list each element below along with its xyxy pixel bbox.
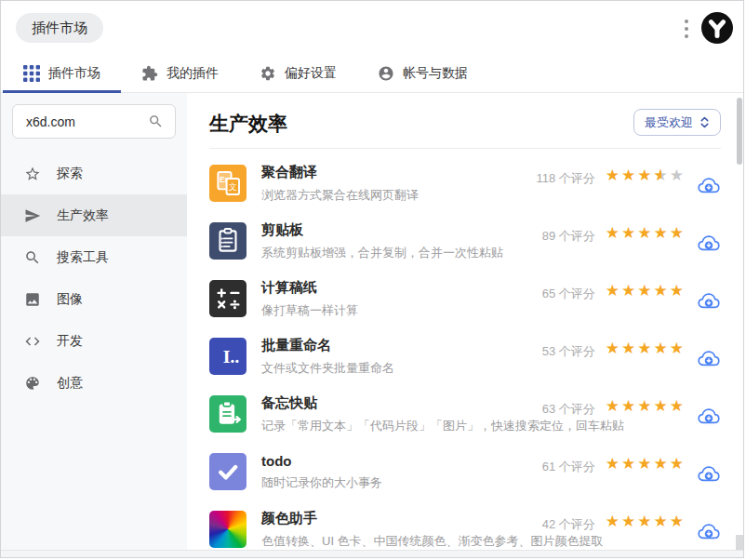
search-icon xyxy=(148,113,164,129)
star-icon: ★ xyxy=(621,398,637,414)
star-icon: ★ xyxy=(637,340,653,356)
sidebar-item-explore[interactable]: 探索 xyxy=(1,153,187,194)
tab-bar: 插件市场 我的插件 偏好设置 帐号与数据 xyxy=(1,55,743,93)
star-icon: ★ xyxy=(637,398,653,414)
sidebar-item-develop[interactable]: 开发 xyxy=(1,320,187,362)
gear-icon xyxy=(260,65,276,82)
tab-account-data[interactable]: 帐号与数据 xyxy=(357,55,488,92)
search-input[interactable] xyxy=(24,113,148,130)
plugin-row[interactable]: I 批量重命名 文件或文件夹批量重命名 53 个评分 ★★★★★ xyxy=(209,327,721,385)
sidebar-item-productivity[interactable]: 生产效率 xyxy=(1,194,187,236)
ratings-count: 53 个评分 xyxy=(542,343,595,360)
kebab-menu-icon[interactable] xyxy=(680,18,693,40)
scrollbar-thumb[interactable] xyxy=(737,98,742,165)
plugin-row[interactable]: En文 聚合翻译 浏览器方式聚合在线网页翻译 118 个评分 ★★★★★ xyxy=(209,154,721,212)
cloud-download-icon[interactable] xyxy=(697,463,721,484)
ratings-count: 118 个评分 xyxy=(536,170,594,187)
grid-icon xyxy=(23,65,40,82)
star-rating: ★★★★★ xyxy=(606,225,686,241)
star-icon: ★ xyxy=(670,398,686,414)
image-icon xyxy=(24,291,41,308)
tab-preferences[interactable]: 偏好设置 xyxy=(239,55,357,92)
svg-text:I: I xyxy=(223,346,231,367)
magnifier-icon xyxy=(24,249,41,266)
cloud-download-icon[interactable] xyxy=(697,406,721,426)
main-header: 生产效率 最受欢迎 xyxy=(209,93,721,149)
star-icon: ★ xyxy=(654,456,670,472)
todo-check-icon xyxy=(209,453,246,490)
ratings-count: 89 个评分 xyxy=(542,228,595,245)
star-icon: ★ xyxy=(637,456,653,472)
star-icon: ★ xyxy=(670,340,686,356)
cloud-download-icon[interactable] xyxy=(697,290,721,311)
translate-icon: En文 xyxy=(209,165,246,202)
palette-icon xyxy=(24,375,41,392)
plugin-list: En文 聚合翻译 浏览器方式聚合在线网页翻译 118 个评分 ★★★★★ 剪贴板… xyxy=(209,149,721,558)
star-icon xyxy=(24,166,41,182)
sort-dropdown[interactable]: 最受欢迎 xyxy=(633,109,721,136)
ratings-count: 61 个评分 xyxy=(542,459,595,475)
top-bar: 插件市场 xyxy=(1,1,743,55)
star-icon: ★ xyxy=(621,283,637,299)
clipboard-icon xyxy=(209,222,246,260)
star-rating: ★★★★★ xyxy=(606,340,686,356)
cloud-download-icon[interactable] xyxy=(697,175,721,195)
star-icon: ★ xyxy=(670,283,686,299)
horizontal-scrollbar-track xyxy=(1,550,743,557)
plugin-row[interactable]: 剪贴板 系统剪贴板增强，合并复制，合并一次性粘贴 89 个评分 ★★★★★ xyxy=(209,212,721,270)
plugin-market-window: 插件市场 插件市场 我的插件 偏好设置 帐号与数据 xyxy=(0,0,744,558)
star-icon: ★ xyxy=(654,513,670,529)
star-icon: ★ xyxy=(606,456,621,472)
star-rating: ★★★★★ xyxy=(606,167,686,183)
star-rating: ★★★★★ xyxy=(606,283,686,299)
sidebar: 探索 生产效率 搜索工具 图像 开发 创意 xyxy=(1,93,187,552)
star-icon: ★ xyxy=(606,283,621,299)
star-icon: ★ xyxy=(606,167,621,183)
person-icon xyxy=(378,65,394,82)
ratings-count: 65 个评分 xyxy=(542,286,595,302)
sort-arrows-icon xyxy=(699,115,710,129)
plugin-row[interactable]: 备忘快贴 记录「常用文本」「代码片段」「图片」，快速搜索定位，回车粘贴 63 个… xyxy=(209,385,721,443)
star-icon: ★ xyxy=(654,340,670,356)
star-icon: ★ xyxy=(621,513,637,529)
ratings-count: 63 个评分 xyxy=(542,401,595,418)
color-wheel-icon xyxy=(209,511,246,548)
star-icon: ★ xyxy=(606,225,621,241)
main-panel: 生产效率 最受欢迎 En文 聚合翻译 浏览器方式聚合在线网页翻译 118 个评分… xyxy=(187,93,743,552)
tab-plugin-market[interactable]: 插件市场 xyxy=(3,55,121,92)
plugin-row[interactable]: 计算稿纸 像打草稿一样计算 65 个评分 ★★★★★ xyxy=(209,270,721,327)
vertical-scrollbar xyxy=(736,93,743,552)
plugin-row[interactable]: todo 随时记录你的大小事务 61 个评分 ★★★★★ xyxy=(209,443,721,500)
star-icon: ★ xyxy=(621,225,637,241)
star-rating: ★★★★★ xyxy=(606,398,686,414)
star-icon: ★ xyxy=(606,398,621,414)
star-icon: ★ xyxy=(654,283,670,299)
star-icon: ★ xyxy=(670,225,686,241)
star-icon: ★ xyxy=(637,283,653,299)
star-icon: ★ xyxy=(606,340,621,356)
svg-text:文: 文 xyxy=(229,182,237,192)
star-icon: ★ xyxy=(654,398,670,414)
cloud-download-icon[interactable] xyxy=(697,521,721,541)
star-icon: ★ xyxy=(637,167,653,183)
star-icon: ★ xyxy=(654,225,670,241)
sidebar-item-search-tools[interactable]: 搜索工具 xyxy=(1,236,187,278)
star-icon: ★ xyxy=(621,167,637,183)
calculator-icon xyxy=(209,280,246,317)
cloud-download-icon[interactable] xyxy=(697,348,721,368)
puzzle-icon xyxy=(141,65,158,82)
search-box xyxy=(12,104,176,139)
cloud-download-icon[interactable] xyxy=(697,233,721,253)
code-icon xyxy=(24,333,41,350)
paper-plane-icon xyxy=(24,207,41,224)
sidebar-item-creative[interactable]: 创意 xyxy=(1,362,187,404)
sidebar-item-images[interactable]: 图像 xyxy=(1,278,187,320)
star-icon: ★ xyxy=(621,456,637,472)
star-icon: ★ xyxy=(637,225,653,241)
memo-icon xyxy=(209,395,246,433)
tab-my-plugins[interactable]: 我的插件 xyxy=(121,55,239,92)
star-icon: ★ xyxy=(670,513,686,529)
ratings-count: 42 个评分 xyxy=(542,516,595,533)
star-icon: ★ xyxy=(670,167,686,183)
star-icon: ★ xyxy=(637,513,653,529)
